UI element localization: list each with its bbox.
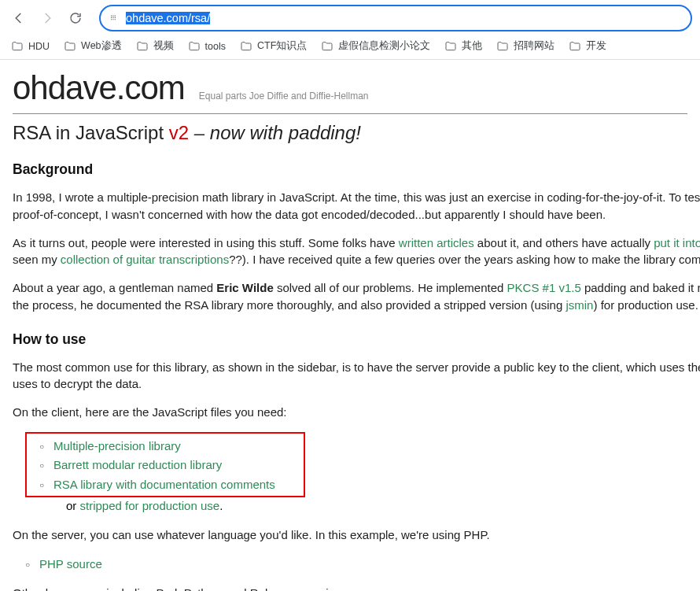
para: The most common use for this library, as… — [13, 359, 687, 376]
page-title: RSA in JavaScript v2 – now with padding! — [13, 122, 687, 144]
section-howto: How to use — [13, 331, 687, 348]
para: In 1998, I wrote a multiple-precision ma… — [13, 189, 687, 206]
site-header: ohdave.com Equal parts Joe Diffie and Di… — [13, 66, 687, 114]
link-guitar[interactable]: collection of guitar transcriptions — [61, 253, 229, 266]
list-tail: or stripped for production use. — [66, 497, 687, 515]
bookmark-video[interactable]: 视频 — [136, 39, 174, 53]
list-item: Multiple-precision library — [53, 437, 304, 456]
link-php[interactable]: PHP source — [39, 557, 102, 571]
bookmark-other[interactable]: 其他 — [444, 39, 482, 53]
para: On the client, here are the JavaScript f… — [13, 404, 687, 421]
back-button[interactable] — [8, 7, 30, 29]
client-files-list: Multiple-precision library Barrett modul… — [53, 437, 304, 495]
highlight-box: Multiple-precision library Barrett modul… — [25, 432, 305, 498]
para: As it turns out, people were interested … — [13, 235, 687, 252]
para: About a year ago, a gentleman named Eric… — [13, 279, 687, 297]
site-title: ohdave.com — [13, 69, 185, 107]
link-putinto[interactable]: put it into p — [654, 236, 700, 249]
link-rsa[interactable]: RSA library with documentation comments — [53, 478, 275, 491]
link-stripped[interactable]: stripped for production use — [80, 499, 220, 512]
para: On the server, you can use whatever lang… — [13, 526, 687, 544]
url-text: ohdave.com/rsa/ — [126, 12, 210, 24]
page-content: ohdave.com Equal parts Joe Diffie and Di… — [0, 60, 700, 591]
bookmarks-bar: HDU Web渗透 视频 tools CTF知识点 虚假信息检测小论文 其他 招… — [0, 35, 700, 60]
bookmark-tools[interactable]: tools — [188, 40, 226, 53]
bookmark-web[interactable]: Web渗透 — [64, 39, 121, 53]
bookmark-hdu[interactable]: HDU — [11, 40, 50, 53]
bookmark-ctf[interactable]: CTF知识点 — [240, 39, 307, 53]
para: uses to decrypt the data. — [13, 375, 687, 393]
link-bigint[interactable]: Multiple-precision library — [53, 439, 181, 452]
bookmark-jobs[interactable]: 招聘网站 — [496, 39, 554, 53]
site-settings-icon[interactable] — [107, 12, 120, 24]
bookmark-fake[interactable]: 虚假信息检测小论文 — [321, 39, 430, 53]
para: the process, he documented the RSA libra… — [13, 297, 687, 314]
reload-button[interactable] — [64, 7, 87, 29]
browser-toolbar: ohdave.com/rsa/ — [0, 0, 700, 35]
para: seen my collection of guitar transcripti… — [13, 251, 687, 268]
para: proof-of-concept, I wasn't concerned wit… — [13, 206, 687, 223]
link-barrett[interactable]: Barrett modular reduction library — [53, 458, 222, 471]
list-item: PHP source — [39, 555, 687, 574]
forward-button[interactable] — [36, 7, 58, 29]
link-articles[interactable]: written articles — [399, 236, 474, 249]
para: Other languages, including Perl, Python,… — [13, 585, 687, 591]
bookmark-dev[interactable]: 开发 — [569, 39, 606, 53]
link-pkcs[interactable]: PKCS #1 v1.5 — [507, 281, 581, 294]
server-list: PHP source — [39, 555, 687, 574]
link-jsmin[interactable]: jsmin — [566, 298, 593, 312]
tagline: Equal parts Joe Diffie and Diffie-Hellma… — [199, 90, 369, 102]
address-bar[interactable]: ohdave.com/rsa/ — [99, 5, 692, 31]
section-background: Background — [13, 161, 687, 178]
list-item: Barrett modular reduction library — [53, 456, 304, 475]
list-item: RSA library with documentation comments — [53, 475, 304, 495]
